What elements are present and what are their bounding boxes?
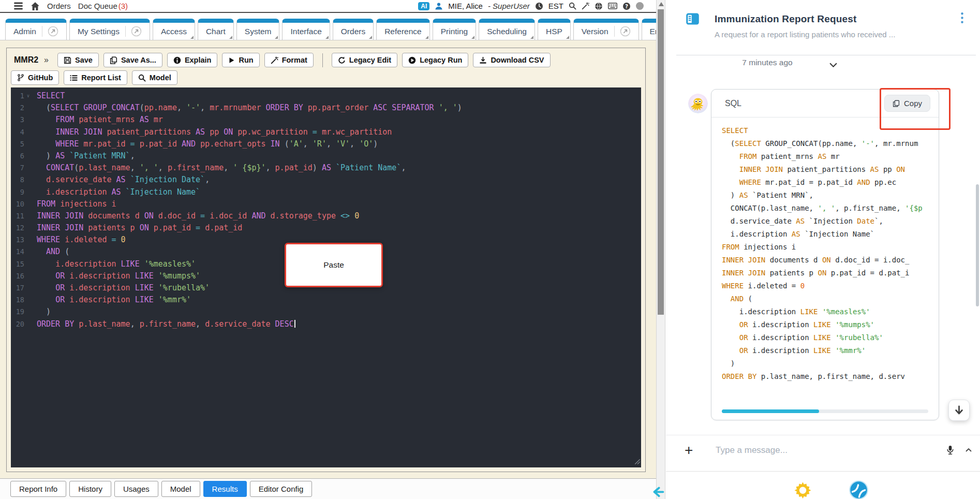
tab-editor-config[interactable]: Editor Config [250, 481, 313, 497]
teal-arrow-icon [651, 486, 664, 499]
user-icon[interactable] [435, 2, 443, 10]
paste-button[interactable]: Paste [285, 243, 383, 287]
home-icon[interactable] [31, 2, 40, 11]
scrollbar-up-arrow-icon[interactable] [659, 2, 664, 6]
code-line: 18 OR i.description LIKE '%mmr%' [11, 294, 641, 306]
settings-gear-icon[interactable] [794, 481, 812, 499]
tab-admin[interactable]: Admin [5, 19, 67, 40]
panel-scrollbar-thumb[interactable] [976, 184, 979, 306]
code-line: 9 i.description AS `Injection Name` [11, 186, 641, 198]
tab-access[interactable]: Access [153, 19, 195, 40]
nav-tab-label: Reference [384, 27, 422, 36]
tab-employer-organizations[interactable]: Employer Organizations [642, 19, 656, 40]
chat-title: Immunization Report Request [715, 13, 857, 25]
legacy-edit-button[interactable]: Legacy Edit [332, 53, 397, 67]
presence-icon[interactable] [636, 2, 644, 10]
model-button[interactable]: Model [132, 70, 177, 85]
kebab-menu-icon[interactable] [961, 12, 963, 25]
bottom-tab-label: Editor Config [259, 485, 304, 493]
toolbar-group-legacy: Legacy Edit Legacy Run Download CSV [332, 53, 551, 67]
tab-interface[interactable]: Interface [282, 19, 330, 40]
hamburger-menu-icon[interactable] [13, 1, 23, 11]
toolbar-button-label: Format [282, 56, 307, 64]
tab-report-info[interactable]: Report Info [10, 481, 66, 497]
nav-tab-label: Chart [206, 27, 226, 36]
chevron-up-icon[interactable] [966, 445, 972, 454]
save-button[interactable]: Save [57, 53, 99, 67]
report-list-button[interactable]: Report List [64, 70, 127, 85]
run-icon [228, 57, 235, 64]
code-line: i.description LIKE '%measles%' [722, 305, 939, 318]
attach-plus-button[interactable]: + [685, 443, 693, 458]
timezone-label: EST [548, 2, 563, 10]
scroll-to-bottom-button[interactable] [948, 400, 970, 421]
external-link-icon [125, 26, 142, 37]
chat-header-divider [676, 55, 976, 55]
tab-my-settings[interactable]: My Settings [69, 19, 150, 40]
scrollbar-thumb[interactable] [658, 9, 664, 315]
nav-tab-label: My Settings [78, 27, 120, 36]
tab-printing[interactable]: Printing [433, 19, 477, 40]
message-timestamp: 7 minutes ago [716, 58, 819, 67]
clock-icon[interactable] [535, 2, 543, 10]
tab-hsp[interactable]: HSP [538, 19, 571, 40]
explain-button[interactable]: Explain [167, 53, 218, 67]
tab-usages[interactable]: Usages [114, 481, 158, 497]
external-link-icon [42, 26, 58, 37]
tab-chart[interactable]: Chart [198, 19, 234, 40]
nav-tab-label: Printing [441, 27, 468, 36]
format-wand-icon [271, 56, 278, 64]
bottom-tab-bar: Report Info History Usages Model Results… [0, 478, 656, 499]
toolbar-button-label: GitHub [28, 74, 53, 82]
assistant-orb-icon[interactable] [849, 480, 868, 499]
breadcrumb-orders[interactable]: Orders [47, 2, 71, 10]
sql-code-block: SELECT (SELECT GROUP_CONCAT(pp.name, '-'… [711, 118, 939, 390]
vertical-scrollbar[interactable] [656, 0, 665, 499]
code-line: OR i.description LIKE '%mmr%' [722, 344, 939, 357]
bottom-tab-label: Results [212, 485, 238, 493]
format-button[interactable]: Format [264, 53, 314, 67]
chat-subtitle: A request for a report listing patients … [715, 30, 895, 39]
tab-orders[interactable]: Orders [333, 19, 374, 40]
list-icon [70, 74, 78, 82]
nav-tab-label: HSP [546, 27, 562, 36]
globe-icon[interactable] [595, 2, 603, 10]
message-input-row: + [666, 435, 980, 465]
tab-results[interactable]: Results [203, 481, 247, 497]
tab-model[interactable]: Model [161, 481, 200, 497]
search-icon[interactable] [569, 2, 576, 10]
external-link-icon [614, 26, 631, 37]
download-csv-button[interactable]: Download CSV [473, 53, 550, 67]
breadcrumb-doc-queue[interactable]: Doc Queue(3) [78, 2, 128, 10]
ai-chat-panel: Immunization Report Request A request fo… [666, 0, 980, 499]
code-line: 8 d.service_date AS `Injection Date`, [11, 174, 641, 186]
copy-button[interactable]: Copy [884, 95, 930, 112]
code-line: 2 (SELECT GROUP_CONCAT(pp.name, '-', mr.… [11, 102, 641, 114]
microphone-icon[interactable] [946, 445, 954, 455]
resize-grip-icon[interactable] [634, 458, 641, 467]
tab-reference[interactable]: Reference [376, 19, 430, 40]
toolbar-group-primary: Save Save As... Explain [57, 53, 314, 67]
top-bar-right-group: AI MIE, Alice - SuperUser EST ? [418, 2, 651, 10]
code-line: INNER JOIN patients p ON p.pat_id = d.pa… [722, 267, 939, 280]
bottom-tab-label: History [78, 485, 102, 493]
message-input[interactable] [716, 445, 938, 456]
sql-message-card: SQL Copy SELECT (SELECT GROUP_CONCAT(pp.… [711, 89, 939, 420]
report-name-expander[interactable]: » [44, 55, 49, 65]
code-line: SELECT [722, 124, 939, 137]
legacy-run-button[interactable]: Legacy Run [402, 53, 468, 67]
run-button[interactable]: Run [222, 53, 259, 67]
tab-version[interactable]: Version [573, 19, 639, 40]
tab-system[interactable]: System [236, 19, 280, 40]
help-icon[interactable]: ? [622, 2, 631, 10]
magic-wand-icon[interactable] [582, 2, 589, 10]
tab-history[interactable]: History [69, 481, 111, 497]
github-button[interactable]: GitHub [11, 70, 59, 85]
save-as-button[interactable]: Save As... [103, 53, 162, 67]
panel-sidebar-icon[interactable] [686, 12, 700, 28]
chevron-down-icon[interactable] [829, 60, 837, 69]
code-line: WHERE mr.pat_id = p.pat_id AND pp.ec [722, 176, 939, 189]
ai-badge[interactable]: AI [418, 2, 429, 10]
keyboard-icon[interactable] [608, 3, 617, 9]
tab-scheduling[interactable]: Scheduling [479, 19, 535, 40]
